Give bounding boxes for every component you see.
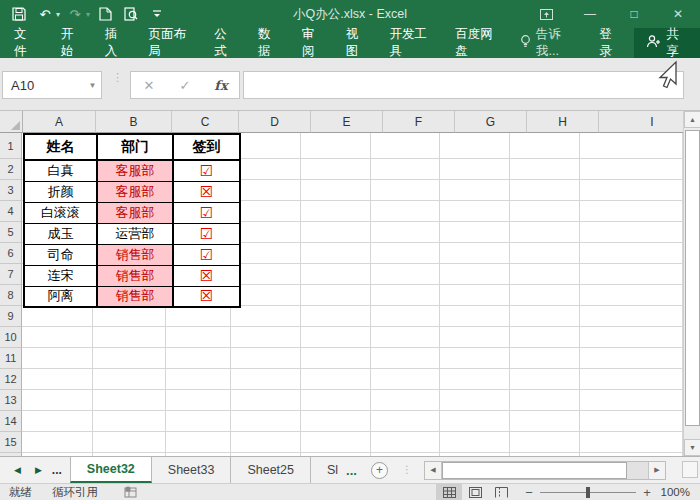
cell-I2[interactable] [580, 159, 684, 180]
cell-E3[interactable] [301, 180, 371, 201]
cell-H5[interactable] [510, 222, 580, 243]
cell-F8[interactable] [371, 285, 441, 306]
horizontal-scroll-thumb[interactable] [442, 462, 627, 479]
cell-H2[interactable] [510, 159, 580, 180]
cell-F13[interactable] [371, 390, 441, 411]
cell-E7[interactable] [301, 264, 371, 285]
cell-D1[interactable] [231, 133, 301, 159]
column-header-B[interactable]: B [96, 111, 172, 133]
cell-G9[interactable] [440, 306, 510, 327]
department-cell[interactable]: 销售部 [97, 265, 173, 286]
minimize-button[interactable]: — [568, 0, 612, 28]
ribbon-display-options-icon[interactable] [524, 0, 568, 28]
redo-icon[interactable]: ↷ [64, 3, 86, 25]
checked-box-icon[interactable]: ☑ [200, 162, 213, 179]
cell-I14[interactable] [580, 411, 684, 432]
cell-G12[interactable] [440, 369, 510, 390]
cell-F1[interactable] [371, 133, 441, 159]
signin-cell[interactable]: ☑ [173, 160, 240, 181]
column-header-G[interactable]: G [455, 111, 527, 133]
cell-B14[interactable] [93, 411, 167, 432]
vertical-scrollbar[interactable]: ▲ ▼ [683, 111, 700, 456]
signin-cell[interactable]: ☑ [173, 244, 240, 265]
sheet-tab-sheet25[interactable]: Sheet25 [231, 457, 311, 483]
name-cell[interactable]: 白真 [24, 160, 97, 181]
cell-D11[interactable] [231, 348, 301, 369]
cell-D4[interactable] [231, 201, 301, 222]
cell-G15[interactable] [440, 432, 510, 453]
scroll-down-icon[interactable]: ▼ [684, 439, 700, 456]
select-all-corner[interactable] [0, 111, 23, 133]
cell-H13[interactable] [510, 390, 580, 411]
cell-D8[interactable] [231, 285, 301, 306]
cell-B15[interactable] [93, 432, 167, 453]
cell-C12[interactable] [166, 369, 231, 390]
add-sheet-icon[interactable]: + [371, 462, 388, 479]
sheet-tab-sheet33[interactable]: Sheet33 [152, 457, 232, 483]
cell-I10[interactable] [580, 327, 684, 348]
department-cell[interactable]: 销售部 [97, 286, 173, 307]
cell-A13[interactable] [22, 390, 93, 411]
cell-F2[interactable] [371, 159, 441, 180]
cell-G10[interactable] [440, 327, 510, 348]
save-icon[interactable] [8, 3, 30, 25]
cell-E4[interactable] [301, 201, 371, 222]
cell-F10[interactable] [371, 327, 441, 348]
sheet-tab-sl[interactable]: Sl [311, 457, 340, 483]
row-header-1[interactable]: 1 [0, 133, 22, 159]
cell-A9[interactable] [22, 306, 93, 327]
signin-cell[interactable]: ☒ [173, 286, 240, 307]
cell-I8[interactable] [580, 285, 684, 306]
cell-G2[interactable] [440, 159, 510, 180]
cell-I1[interactable] [580, 133, 684, 159]
sign-in-button[interactable]: 登录 [589, 28, 632, 58]
cell-F9[interactable] [371, 306, 441, 327]
cell-F12[interactable] [371, 369, 441, 390]
department-cell[interactable]: 销售部 [97, 244, 173, 265]
cell-H9[interactable] [510, 306, 580, 327]
cell-E9[interactable] [301, 306, 371, 327]
normal-view-icon[interactable] [436, 484, 462, 500]
row-header-4[interactable]: 4 [0, 201, 22, 222]
cell-I15[interactable] [580, 432, 684, 453]
cancel-entry-icon[interactable]: ✕ [134, 78, 164, 93]
scroll-right-icon[interactable]: ▶ [648, 462, 665, 479]
name-box-dropdown-icon[interactable]: ▼ [83, 81, 101, 90]
next-sheet-icon[interactable]: ▶ [35, 465, 42, 475]
cell-E11[interactable] [301, 348, 371, 369]
cell-G6[interactable] [440, 243, 510, 264]
cell-C15[interactable] [166, 432, 231, 453]
ribbon-tab-1[interactable]: 开始 [50, 28, 94, 58]
cell-A10[interactable] [22, 327, 93, 348]
cell-H10[interactable] [510, 327, 580, 348]
cell-D9[interactable] [231, 306, 301, 327]
zoom-out-icon[interactable]: − [522, 485, 536, 500]
crossed-box-icon[interactable]: ☒ [200, 287, 213, 304]
department-cell[interactable]: 运营部 [97, 223, 173, 244]
cell-H12[interactable] [510, 369, 580, 390]
cell-B13[interactable] [93, 390, 167, 411]
signin-cell[interactable]: ☑ [173, 223, 240, 244]
cell-D13[interactable] [231, 390, 301, 411]
zoom-slider-thumb[interactable] [586, 487, 590, 498]
crossed-box-icon[interactable]: ☒ [200, 183, 213, 200]
row-header-3[interactable]: 3 [0, 180, 22, 201]
row-header-14[interactable]: 14 [0, 411, 22, 432]
undo-dropdown-icon[interactable]: ▾ [56, 10, 60, 19]
sheet-overflow-dots[interactable]: ... [340, 463, 363, 478]
ribbon-tab-2[interactable]: 插入 [94, 28, 138, 58]
column-header-H[interactable]: H [527, 111, 599, 133]
cell-G5[interactable] [440, 222, 510, 243]
macro-record-icon[interactable] [124, 486, 138, 498]
new-file-icon[interactable] [94, 3, 116, 25]
cell-H14[interactable] [510, 411, 580, 432]
cell-H8[interactable] [510, 285, 580, 306]
department-cell[interactable]: 客服部 [97, 160, 173, 181]
confirm-entry-icon[interactable]: ✓ [170, 78, 200, 93]
cell-H15[interactable] [510, 432, 580, 453]
cell-G8[interactable] [440, 285, 510, 306]
cell-C9[interactable] [166, 306, 231, 327]
cell-I12[interactable] [580, 369, 684, 390]
cell-E14[interactable] [301, 411, 371, 432]
cell-G11[interactable] [440, 348, 510, 369]
